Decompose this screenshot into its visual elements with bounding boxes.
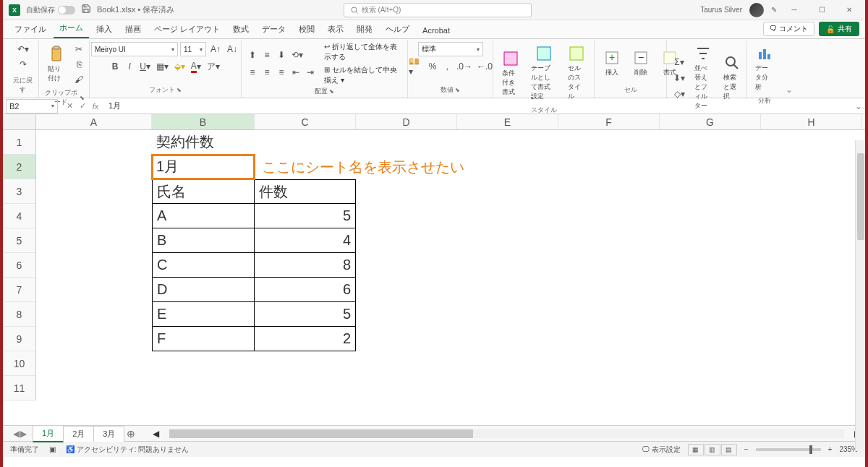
- row-header-1[interactable]: 1: [3, 130, 36, 155]
- increase-font-button[interactable]: A↑: [208, 42, 223, 56]
- tab-formulas[interactable]: 数式: [227, 20, 255, 38]
- bold-button[interactable]: B: [109, 59, 122, 74]
- cell-C10[interactable]: [255, 351, 356, 376]
- tab-file[interactable]: ファイル: [9, 20, 52, 38]
- comments-button[interactable]: 🗨 コメント: [763, 22, 814, 36]
- share-button[interactable]: 🔓 共有: [819, 22, 859, 36]
- cell-A2[interactable]: [36, 155, 152, 179]
- cell-E11[interactable]: [457, 376, 558, 400]
- paste-button[interactable]: 貼り付け: [43, 43, 69, 86]
- avatar[interactable]: [749, 3, 764, 17]
- sheet-nav-prev[interactable]: ◀: [13, 429, 20, 439]
- cell-C6[interactable]: 8: [255, 253, 356, 278]
- save-icon[interactable]: [81, 4, 91, 16]
- cell-C5[interactable]: 4: [255, 228, 356, 253]
- decrease-font-button[interactable]: A↓: [225, 42, 239, 56]
- cell-B5[interactable]: B: [152, 228, 255, 253]
- display-settings-button[interactable]: 🖵 表示設定: [642, 445, 681, 455]
- autosave-toggle[interactable]: 自動保存: [26, 5, 75, 15]
- vertical-scrollbar[interactable]: [855, 140, 865, 451]
- tab-insert[interactable]: 挿入: [90, 20, 118, 38]
- tab-acrobat[interactable]: Acrobat: [417, 22, 456, 38]
- zoom-out-button[interactable]: −: [744, 445, 749, 453]
- row-header-11[interactable]: 11: [3, 376, 36, 400]
- cell-A8[interactable]: [36, 302, 152, 327]
- cell-D5[interactable]: [356, 228, 457, 253]
- add-sheet-button[interactable]: ⊕: [124, 428, 138, 440]
- cell-B8[interactable]: E: [152, 302, 255, 327]
- indent-dec-button[interactable]: ⇤: [289, 65, 302, 80]
- italic-button[interactable]: I: [123, 59, 136, 74]
- cell-A10[interactable]: [36, 351, 152, 376]
- cell-D1[interactable]: [356, 130, 457, 155]
- cell-F1[interactable]: [558, 130, 660, 155]
- border-button[interactable]: ▦▾: [154, 59, 171, 74]
- align-middle-button[interactable]: ≡: [260, 48, 273, 62]
- cell-G8[interactable]: [660, 302, 761, 327]
- cell-G1[interactable]: [660, 130, 761, 155]
- fill-button[interactable]: ⬇▾: [671, 71, 687, 85]
- clear-button[interactable]: ◇▾: [671, 87, 687, 101]
- table-format-button[interactable]: テーブルとして書式設定: [527, 42, 561, 104]
- row-header-10[interactable]: 10: [3, 351, 36, 376]
- indent-inc-button[interactable]: ⇥: [304, 65, 317, 80]
- row-header-2[interactable]: 2: [3, 155, 36, 179]
- worksheet-grid[interactable]: A B C D E F G H 1契約件数 21月 3氏名件数 4A5 5B4 …: [3, 114, 865, 425]
- select-all-corner[interactable]: [3, 114, 36, 129]
- horizontal-scrollbar[interactable]: ◀▶: [153, 429, 861, 439]
- cell-B11[interactable]: [152, 376, 255, 400]
- cell-E8[interactable]: [457, 302, 558, 327]
- formatpainter-button[interactable]: 🖌: [72, 72, 85, 87]
- cell-H8[interactable]: [761, 302, 862, 327]
- col-header-B[interactable]: B: [152, 114, 255, 129]
- cell-C8[interactable]: 5: [255, 302, 356, 327]
- cell-A1[interactable]: [36, 130, 152, 155]
- cell-A9[interactable]: [36, 327, 152, 351]
- zoom-slider[interactable]: [756, 448, 821, 451]
- cell-D7[interactable]: [356, 278, 457, 302]
- cell-H1[interactable]: [761, 130, 862, 155]
- col-header-C[interactable]: C: [255, 114, 356, 129]
- cell-G5[interactable]: [660, 228, 761, 253]
- cell-A5[interactable]: [36, 228, 152, 253]
- cell-D10[interactable]: [356, 351, 457, 376]
- align-left-button[interactable]: ≡: [246, 65, 259, 80]
- copy-button[interactable]: ⎘: [72, 57, 85, 72]
- cell-C7[interactable]: 6: [255, 278, 356, 302]
- cell-style-button[interactable]: セルのスタイル: [563, 42, 590, 104]
- font-size-select[interactable]: 11▾: [180, 42, 206, 56]
- insert-cells-button[interactable]: +挿入: [599, 46, 625, 80]
- cell-A11[interactable]: [36, 376, 152, 400]
- cell-G10[interactable]: [660, 351, 761, 376]
- macro-rec-icon[interactable]: ▣: [49, 445, 56, 453]
- cell-D11[interactable]: [356, 376, 457, 400]
- cell-F2[interactable]: [558, 155, 660, 179]
- currency-button[interactable]: 💴▾: [407, 59, 425, 74]
- tab-data[interactable]: データ: [256, 20, 292, 38]
- col-header-E[interactable]: E: [457, 114, 558, 129]
- data-analysis-button[interactable]: データ分析: [751, 42, 778, 95]
- tab-help[interactable]: ヘルプ: [380, 20, 415, 38]
- cell-E6[interactable]: [457, 253, 558, 278]
- fontcolor-button[interactable]: A▾: [189, 59, 203, 74]
- font-name-select[interactable]: Meiryo UI▾: [91, 42, 178, 56]
- align-bottom-button[interactable]: ⬇: [275, 48, 288, 62]
- cell-G2[interactable]: [660, 155, 761, 179]
- cell-G11[interactable]: [660, 376, 761, 400]
- pen-icon[interactable]: ✎: [771, 6, 777, 14]
- undo-button[interactable]: ↶▾: [15, 42, 31, 56]
- fx-button[interactable]: fx: [90, 102, 101, 111]
- name-box[interactable]: B2▾: [6, 99, 58, 113]
- cell-B7[interactable]: D: [152, 278, 255, 302]
- cell-A3[interactable]: [36, 179, 152, 204]
- cell-E7[interactable]: [457, 278, 558, 302]
- search-input[interactable]: 検索 (Alt+Q): [344, 3, 532, 17]
- dec-decimal-button[interactable]: ←.0: [475, 59, 494, 74]
- sheet-tab-3[interactable]: 3月: [93, 426, 124, 442]
- cell-B1[interactable]: 契約件数: [152, 130, 255, 155]
- cell-G9[interactable]: [660, 327, 761, 351]
- cell-H9[interactable]: [761, 327, 862, 351]
- cell-H5[interactable]: [761, 228, 862, 253]
- col-header-F[interactable]: F: [558, 114, 660, 129]
- inc-decimal-button[interactable]: .0→: [455, 59, 474, 74]
